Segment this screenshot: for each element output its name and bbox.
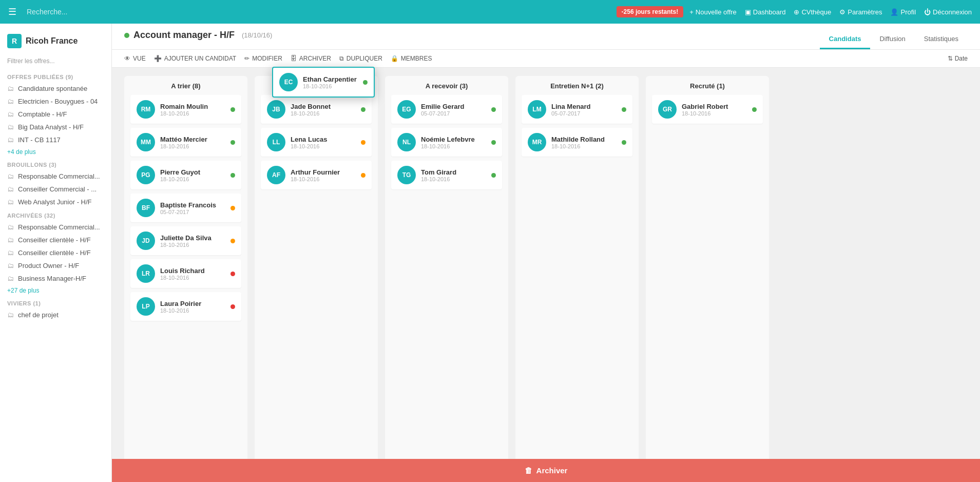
sidebar-item-arch-conseiller-2[interactable]: 🗂Conseiller clientèle - H/F [0, 246, 111, 259]
candidate-card[interactable]: BFBaptiste Francois05-07-2017 [130, 194, 241, 222]
search-input[interactable] [27, 8, 610, 16]
user-icon: 👤 [890, 8, 898, 16]
toolbar-date-sort[interactable]: ⇅ Date [948, 55, 968, 62]
briefcase-icon: 🗂 [7, 249, 14, 257]
nav-nouvelle-offre[interactable]: + Nouvelle offre [689, 8, 737, 16]
candidate-card[interactable]: TGTom Girard18-10-2016 [391, 161, 502, 189]
section-archivees: ARCHIVÉES (32) [0, 208, 111, 221]
status-dot [230, 239, 235, 243]
candidate-date: 18-10-2016 [421, 143, 486, 149]
briefcase-icon: 🗂 [7, 85, 14, 92]
toolbar-dupliquer-button[interactable]: ⧉ DUPLIQUER [339, 53, 382, 64]
candidate-card[interactable]: JBJade Bonnet18-10-2016 [261, 95, 372, 124]
candidate-name: Louis Richard [160, 267, 225, 275]
section-viviers: VIVIERS (1) [0, 296, 111, 309]
sidebar-item-web-analyst[interactable]: 🗂Web Analyst Junior - H/F [0, 196, 111, 208]
kanban-col-title-recrute: Recruté (1) [652, 82, 763, 90]
status-dot [491, 173, 496, 178]
section-offres-publiees: OFFRES PUBLIÉES (9) [0, 70, 111, 82]
candidate-name: Pierre Guyot [160, 168, 225, 176]
candidate-date: 05-07-2017 [160, 209, 225, 215]
candidate-card[interactable]: NLNoémie Lefebvre18-10-2016 [391, 128, 502, 157]
avatar: GR [658, 100, 677, 119]
avatar: JD [137, 232, 155, 250]
archive-icon: 🗄 [291, 55, 297, 62]
nav-cvtheque[interactable]: ⊕ CVthèque [794, 8, 831, 16]
sidebar-logo[interactable]: R Ricoh France [0, 30, 111, 55]
toolbar-ajouter-button[interactable]: ➕ AJOUTER UN CANDIDAT [154, 53, 236, 64]
toolbar: 👁 VUE ➕ AJOUTER UN CANDIDAT ✏ MODIFIER 🗄… [112, 50, 980, 68]
status-dot [491, 140, 496, 145]
candidate-date: 18-10-2016 [551, 143, 617, 149]
avatar: LM [528, 100, 546, 119]
candidate-card[interactable]: JDJuliette Da Silva18-10-2016 [130, 226, 241, 255]
job-header: Account manager - H/F (18/10/16) Candida… [112, 24, 980, 50]
plus-icon: + [689, 8, 694, 16]
briefcase-icon: 🗂 [7, 136, 14, 144]
company-logo-icon: R [7, 34, 22, 48]
sidebar-item-int-cb[interactable]: 🗂INT - CB 1117 [0, 133, 111, 146]
kanban-col-title-entretien: Entretien N+1 (2) [522, 82, 632, 90]
sidebar-item-arch-resp-commercial[interactable]: 🗂Responsable Commercial... [0, 221, 111, 234]
status-dot [622, 107, 626, 112]
avatar: EG [397, 100, 416, 119]
nav-parametres[interactable]: ⚙ Paramètres [839, 8, 882, 16]
candidate-card[interactable]: EGEmilie Gerard05-07-2017 [391, 95, 502, 124]
briefcase-icon: 🗂 [7, 185, 14, 193]
status-dot [230, 206, 235, 210]
sidebar-item-chef-de-projet[interactable]: 🗂chef de projet [0, 309, 111, 321]
avatar: BF [137, 199, 155, 217]
toolbar-membres-button[interactable]: 🔒 MEMBRES [391, 53, 432, 64]
kanban-col-title-a-appeler: A appeler (4) [261, 82, 372, 90]
status-dot [230, 173, 235, 178]
eye-icon: 👁 [124, 55, 130, 62]
candidate-card[interactable]: PGPierre Guyot18-10-2016 [130, 161, 241, 189]
tab-candidats[interactable]: Candidats [820, 30, 871, 49]
sidebar-item-bigdata[interactable]: 🗂Big Data Analyst - H/F [0, 121, 111, 133]
nav-deconnexion[interactable]: ⏻ Déconnexion [924, 8, 972, 16]
nav-profil[interactable]: 👤 Profil [890, 8, 916, 16]
candidate-date: 18-10-2016 [291, 143, 356, 149]
dashboard-icon: ▣ [745, 8, 751, 16]
status-dot [491, 107, 496, 112]
candidate-card[interactable]: GRGabriel Robert18-10-2016 [652, 95, 763, 124]
status-dot [361, 173, 366, 178]
candidate-card[interactable]: MRMathilde Rolland18-10-2016 [522, 128, 632, 157]
sidebar-item-conseiller-commercial[interactable]: 🗂Conseiller Commercial - ... [0, 183, 111, 196]
kanban-col-a-appeler: A appeler (4)JBJade Bonnet18-10-2016LLLe… [255, 76, 378, 474]
sidebar-item-electricien[interactable]: 🗂Electricien - Bouygues - 04 [0, 95, 111, 108]
sidebar-more-publiees[interactable]: +4 de plus [0, 146, 111, 158]
menu-hamburger-icon[interactable]: ☰ [8, 6, 16, 17]
sidebar-item-candidature-spontanee[interactable]: 🗂Candidature spontanée [0, 82, 111, 95]
archiver-bottom-bar[interactable]: 🗑 Archiver [112, 459, 980, 482]
sidebar-item-arch-conseiller-1[interactable]: 🗂Conseiller clientèle - H/F [0, 234, 111, 246]
candidate-card[interactable]: MMMattéo Mercier18-10-2016 [130, 128, 241, 157]
candidate-card[interactable]: LLLena Lucas18-10-2016 [261, 128, 372, 157]
toolbar-modifier-button[interactable]: ✏ MODIFIER [244, 53, 282, 64]
candidate-card[interactable]: AFArthur Fournier18-10-2016 [261, 161, 372, 189]
candidate-name: Mathilde Rolland [551, 136, 617, 143]
avatar: LL [267, 133, 285, 151]
candidate-card[interactable]: LRLouis Richard18-10-2016 [130, 259, 241, 288]
nav-links: + Nouvelle offre ▣ Dashboard ⊕ CVthèque … [689, 8, 972, 16]
status-dot [230, 140, 235, 145]
filter-offers-input[interactable]: Filtrer les offres... [0, 55, 111, 70]
avatar: PG [137, 166, 155, 184]
candidate-card[interactable]: RMRomain Moulin18-10-2016 [130, 95, 241, 124]
nav-dashboard[interactable]: ▣ Dashboard [745, 8, 786, 16]
toolbar-vue-button[interactable]: 👁 VUE [124, 53, 146, 64]
sidebar-item-comptable[interactable]: 🗂Comptable - H/F [0, 108, 111, 121]
candidate-date: 18-10-2016 [160, 110, 225, 117]
candidate-date: 18-10-2016 [291, 176, 356, 182]
tab-statistiques[interactable]: Statistiques [915, 30, 968, 49]
sidebar-item-resp-commercial[interactable]: 🗂Responsable Commercial... [0, 170, 111, 183]
tab-diffusion[interactable]: Diffusion [870, 30, 914, 49]
sidebar-item-arch-product-owner[interactable]: 🗂Product Owner - H/F [0, 259, 111, 272]
sidebar-item-arch-business-manager[interactable]: 🗂Business Manager-H/F [0, 272, 111, 285]
toolbar-archiver-button[interactable]: 🗄 ARCHIVER [291, 53, 331, 64]
duplicate-icon: ⧉ [339, 55, 344, 62]
sidebar-more-archivees[interactable]: +27 de plus [0, 285, 111, 296]
briefcase-icon: 🗂 [7, 236, 14, 244]
candidate-card[interactable]: LMLina Menard05-07-2017 [522, 95, 632, 124]
candidate-card[interactable]: LPLaura Poirier18-10-2016 [130, 292, 241, 321]
